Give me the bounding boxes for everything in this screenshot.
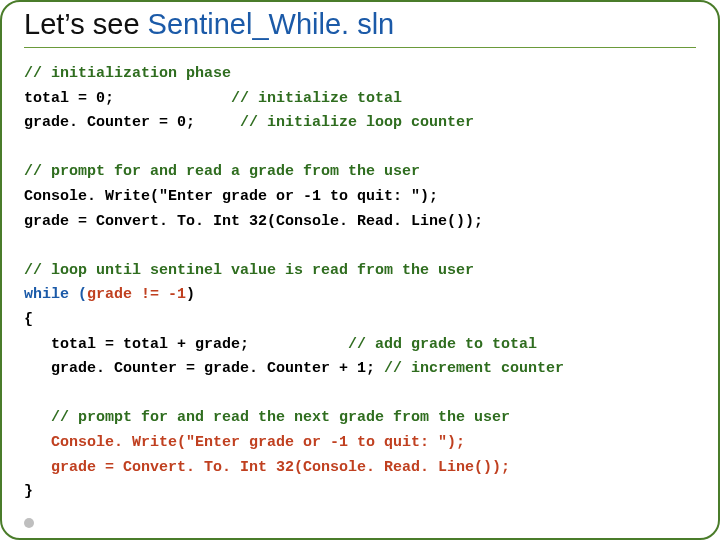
code-line: // prompt for and read a grade from the …	[24, 163, 420, 180]
code-comment: // add grade to total	[348, 336, 537, 353]
code-line: // prompt for and read the next grade fr…	[24, 409, 510, 426]
code-line: {	[24, 311, 33, 328]
footer-dot-icon	[24, 518, 34, 528]
title-prefix: Let’s see	[24, 8, 148, 40]
code-highlight: Console. Write("Enter grade or -1 to qui…	[24, 434, 465, 451]
code-line: // initialization phase	[24, 65, 231, 82]
code-block: // initialization phase total = 0; // in…	[24, 62, 696, 505]
slide: Let’s see Sentinel_While. sln // initial…	[0, 0, 720, 540]
code-comment: // initialize total	[231, 90, 402, 107]
code-keyword: while (	[24, 286, 87, 303]
slide-title: Let’s see Sentinel_While. sln	[24, 8, 696, 48]
title-link: Sentinel_While. sln	[148, 8, 395, 40]
code-line: }	[24, 483, 33, 500]
code-highlight: grade != -1	[87, 286, 186, 303]
code-line: grade. Counter = grade. Counter + 1;	[24, 360, 384, 377]
code-line: Console. Write("Enter grade or -1 to qui…	[24, 188, 438, 205]
code-comment: // increment counter	[384, 360, 564, 377]
code-line: )	[186, 286, 195, 303]
code-line: total = 0;	[24, 90, 231, 107]
code-line: total = total + grade;	[24, 336, 348, 353]
code-line: grade = Convert. To. Int 32(Console. Rea…	[24, 213, 483, 230]
code-line: // loop until sentinel value is read fro…	[24, 262, 474, 279]
code-highlight: grade = Convert. To. Int 32(Console. Rea…	[24, 459, 510, 476]
code-line: grade. Counter = 0;	[24, 114, 240, 131]
code-comment: // initialize loop counter	[240, 114, 474, 131]
